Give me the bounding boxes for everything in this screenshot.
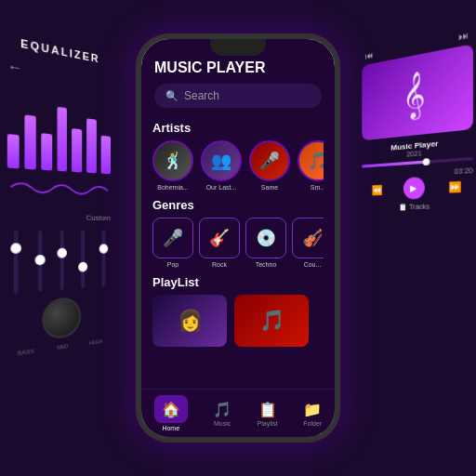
playlist-item-1[interactable]: 👩	[152, 295, 227, 347]
skip-forward-icon[interactable]: ⏭	[459, 30, 469, 43]
eq-bar-6	[86, 118, 97, 173]
genre-item-rock[interactable]: 🎸 Rock	[199, 218, 240, 268]
artist-avatar-1: 🕺	[152, 140, 193, 181]
progress-thumb	[423, 158, 430, 165]
eq-slider-3[interactable]	[60, 230, 64, 290]
playlist-icon: 📋	[258, 401, 277, 418]
artists-row: 🕺 Bohemia... 👥 Our Last... 🎤 Same 🎵 Sm..…	[152, 140, 324, 191]
genre-item-country[interactable]: 🎻 Cou...	[292, 218, 324, 268]
playlist-thumb-1: 👩	[152, 295, 227, 347]
genre-name-rock: Rock	[212, 261, 227, 268]
phone-screen: MUSIC PLAYER 🔍 Search Artists 🕺 Bohemia.…	[141, 39, 335, 437]
artists-section-title: Artists	[152, 121, 324, 135]
eq-bar-7	[101, 136, 111, 175]
bottom-navigation: 🏠 Home 🎵 Music 📋 Playlist 📁 Folder	[141, 389, 335, 437]
eq-bar-3	[41, 133, 52, 170]
genre-box-techno: 💿	[245, 218, 286, 258]
now-playing-panel: ⏮ ⏭ 𝄞 Music Player 2021 03:20 ⏪ ▶ ⏩ 📋 Tr…	[355, 19, 476, 429]
playlist-item-2[interactable]: 🎵	[234, 295, 309, 347]
nav-home-label: Home	[162, 425, 179, 431]
artist-item-1[interactable]: 🕺 Bohemia...	[152, 140, 193, 191]
nav-music-label: Music	[214, 420, 231, 427]
previous-button[interactable]: ⏪	[372, 184, 382, 195]
artist-avatar-2: 👥	[201, 140, 242, 181]
tracks-icon: 📋	[399, 204, 407, 211]
nav-playlist-label: Playlist	[258, 420, 278, 427]
genre-box-rock: 🎸	[199, 218, 240, 258]
eq-slider-5[interactable]	[101, 230, 105, 286]
eq-bars-container	[7, 83, 111, 174]
artist-item-3[interactable]: 🎤 Same	[249, 140, 290, 191]
tracks-label: 📋 Tracks	[362, 202, 473, 212]
playlist-section-title: PlayList	[152, 275, 324, 289]
folder-icon: 📁	[303, 401, 322, 418]
eq-sliders[interactable]	[7, 230, 111, 294]
genres-section-title: Genres	[152, 198, 324, 212]
phone-notch	[210, 39, 266, 56]
eq-knob[interactable]	[42, 297, 81, 341]
artist-avatar-4: 🎵	[298, 140, 324, 181]
search-placeholder: Search	[184, 89, 219, 102]
artist-name-3: Same	[261, 184, 278, 191]
skip-back-icon[interactable]: ⏮	[365, 50, 373, 61]
eq-custom-label: Custom	[7, 213, 111, 222]
playlist-row: 👩 🎵	[152, 295, 324, 347]
genre-box-pop: 🎤	[152, 218, 193, 258]
eq-labels: BASS MID HIGH	[7, 337, 111, 359]
search-icon: 🔍	[165, 90, 178, 102]
genre-item-pop[interactable]: 🎤 Pop	[152, 218, 193, 268]
eq-bar-5	[73, 128, 83, 172]
eq-bar-2	[24, 114, 35, 169]
progress-bar-fill	[362, 161, 425, 168]
eq-slider-2[interactable]	[38, 231, 42, 292]
artist-avatar-3: 🎤	[249, 140, 290, 181]
search-bar[interactable]: 🔍 Search	[154, 84, 322, 108]
nav-item-music[interactable]: 🎵 Music	[213, 401, 231, 427]
artist-name-2: Our Last...	[206, 184, 237, 191]
eq-wave	[7, 177, 111, 201]
screen-content: Artists 🕺 Bohemia... 👥 Our Last... 🎤 Sam…	[141, 113, 335, 389]
nav-item-folder[interactable]: 📁 Folder	[303, 401, 322, 427]
genres-row: 🎤 Pop 🎸 Rock 💿 Techno 🎻 Cou...	[152, 218, 324, 268]
music-icon: 🎵	[213, 401, 231, 418]
treble-clef-icon: 𝄞	[403, 71, 426, 120]
eq-bar-4	[57, 107, 67, 172]
genre-item-techno[interactable]: 💿 Techno	[245, 218, 286, 268]
artist-name-1: Bohemia...	[157, 184, 188, 191]
nav-home-bg: 🏠	[154, 395, 188, 423]
artist-item-2[interactable]: 👥 Our Last...	[201, 140, 242, 191]
equalizer-panel: EQUALIZER ← Custom BASS MID HIGH	[0, 19, 121, 429]
nav-folder-label: Folder	[303, 420, 322, 427]
genre-name-techno: Techno	[256, 261, 277, 268]
nav-item-home[interactable]: 🏠 Home	[154, 395, 188, 431]
app-title: MUSIC PLAYER	[154, 60, 322, 76]
playlist-thumb-2: 🎵	[234, 295, 309, 347]
genre-box-country: 🎻	[292, 218, 324, 258]
phone-frame: MUSIC PLAYER 🔍 Search Artists 🕺 Bohemia.…	[136, 33, 340, 443]
artist-item-4[interactable]: 🎵 Sm...	[298, 140, 324, 191]
artist-name-4: Sm...	[311, 184, 324, 191]
play-pause-button[interactable]: ▶	[403, 177, 425, 200]
eq-bar-1	[7, 134, 20, 168]
genre-name-pop: Pop	[167, 261, 178, 268]
genre-name-country: Cou...	[304, 261, 322, 268]
next-button[interactable]: ⏩	[448, 180, 461, 192]
nav-item-playlist[interactable]: 📋 Playlist	[258, 401, 278, 427]
eq-slider-1[interactable]	[14, 231, 19, 294]
eq-slider-4[interactable]	[82, 230, 86, 288]
home-icon: 🏠	[162, 401, 180, 418]
